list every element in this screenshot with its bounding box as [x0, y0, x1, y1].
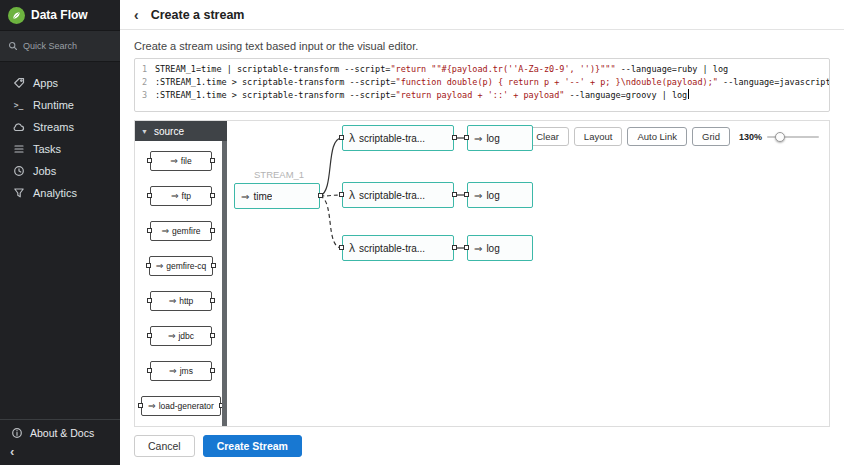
node-label: log [486, 243, 499, 254]
sidebar-item-about-docs[interactable]: About & Docs [0, 420, 120, 443]
sidebar-item-tasks[interactable]: Tasks [0, 138, 120, 160]
app-window: Data Flow Quick Search Apps>_RuntimeStre… [0, 0, 844, 465]
palette-item-ftp[interactable]: ⇒ftp [150, 186, 212, 206]
lambda-icon: λ [349, 242, 355, 254]
footer-actions: Cancel Create Stream [120, 427, 844, 465]
spring-leaf-icon [8, 7, 25, 24]
zoom-level: 130% [739, 132, 762, 142]
palette-group-source[interactable]: ▼ source [135, 121, 227, 141]
cloud-icon [12, 121, 25, 133]
canvas-toolbar: ClearLayoutAuto LinkGrid 130% [526, 127, 819, 146]
sidebar-item-label: Streams [33, 121, 74, 133]
left-port[interactable] [464, 245, 469, 250]
sidebar-item-analytics[interactable]: Analytics [0, 182, 120, 204]
palette-item-file[interactable]: ⇒file [150, 151, 212, 171]
palette-item-http[interactable]: ⇒http [150, 291, 212, 311]
left-port[interactable] [339, 192, 344, 197]
grid-button[interactable]: Grid [692, 127, 730, 146]
node-time[interactable]: ⇒time [234, 183, 320, 209]
right-port[interactable] [318, 193, 323, 198]
output-port[interactable] [210, 368, 215, 373]
output-port[interactable] [211, 263, 216, 268]
input-port[interactable] [147, 158, 152, 163]
palette-item-gemfire-cq[interactable]: ⇒gemfire-cq [149, 256, 214, 276]
pipe-icon: ⇒ [169, 296, 177, 306]
toolbar-buttons: ClearLayoutAuto LinkGrid [526, 127, 730, 146]
sidebar-item-runtime[interactable]: >_Runtime [0, 94, 120, 116]
info-icon [10, 427, 23, 439]
create-stream-button[interactable]: Create Stream [203, 435, 302, 457]
input-port[interactable] [138, 403, 143, 408]
node-log-1[interactable]: ⇒log [467, 125, 533, 151]
sidebar-item-apps[interactable]: Apps [0, 72, 120, 94]
zoom-slider[interactable] [767, 131, 819, 143]
output-port[interactable] [210, 298, 215, 303]
palette-item-label: file [181, 156, 192, 166]
right-port[interactable] [452, 245, 457, 250]
palette-item-label: jms [180, 366, 193, 376]
output-port[interactable] [210, 228, 215, 233]
flow-canvas[interactable]: STREAM_1 ClearLayoutAuto LinkGrid 130% ⇒… [227, 121, 829, 426]
palette-item-load-generator[interactable]: ⇒load-generator [141, 396, 221, 416]
auto-link-button[interactable]: Auto Link [627, 127, 687, 146]
input-port[interactable] [146, 263, 151, 268]
input-port[interactable] [147, 228, 152, 233]
left-port[interactable] [339, 245, 344, 250]
palette-item-label: ftp [182, 191, 191, 201]
pipe-icon: ⇒ [171, 191, 179, 201]
palette-item-jms[interactable]: ⇒jms [150, 361, 212, 381]
input-port[interactable] [147, 298, 152, 303]
sidebar-item-jobs[interactable]: Jobs [0, 160, 120, 182]
node-label: scriptable-tra... [359, 190, 425, 201]
pipe-icon: ⇒ [474, 243, 482, 254]
back-button[interactable]: ‹ [134, 8, 139, 22]
output-port[interactable] [210, 158, 215, 163]
flow-designer: ▼ source ⇒file⇒ftp⇒gemfire⇒gemfire-cq⇒ht… [134, 120, 830, 427]
right-port[interactable] [452, 135, 457, 140]
layout-button[interactable]: Layout [574, 127, 623, 146]
node-transform-2[interactable]: λscriptable-tra... [342, 182, 454, 208]
cancel-button[interactable]: Cancel [134, 435, 195, 457]
brand-title: Data Flow [31, 8, 88, 22]
stream-label: STREAM_1 [254, 169, 304, 180]
sidebar-item-label: Apps [33, 77, 58, 89]
input-port[interactable] [147, 333, 152, 338]
sidebar-footer: About & Docs ‹ [0, 419, 120, 465]
left-port[interactable] [464, 192, 469, 197]
quick-search-input[interactable]: Quick Search [0, 30, 120, 62]
dsl-editor[interactable]: 1STREAM_1=time | scriptable-transform --… [134, 58, 830, 112]
sidebar-item-label: Runtime [33, 99, 74, 111]
palette-item-label: http [179, 296, 193, 306]
left-port[interactable] [464, 135, 469, 140]
node-log-2[interactable]: ⇒log [467, 182, 533, 208]
sidebar-item-label: Tasks [33, 143, 61, 155]
input-port[interactable] [147, 193, 152, 198]
node-label: log [486, 133, 499, 144]
main-panel: ‹ Create a stream Create a stream using … [120, 0, 844, 465]
pipe-icon: ⇒ [474, 190, 482, 201]
node-label: scriptable-tra... [359, 243, 425, 254]
search-icon [8, 37, 18, 55]
input-port[interactable] [147, 368, 152, 373]
node-transform-1[interactable]: λscriptable-tra... [342, 125, 454, 151]
sidebar-nav: Apps>_RuntimeStreamsTasksJobsAnalytics [0, 62, 120, 419]
node-transform-3[interactable]: λscriptable-tra... [342, 235, 454, 261]
output-port[interactable] [210, 193, 215, 198]
line-number: 3 [135, 89, 155, 102]
sidebar-collapse-button[interactable]: ‹ [0, 443, 120, 463]
line-number: 2 [135, 76, 155, 89]
palette-item-gemfire[interactable]: ⇒gemfire [150, 221, 212, 241]
flow-links [227, 121, 829, 426]
right-port[interactable] [452, 192, 457, 197]
sidebar-item-streams[interactable]: Streams [0, 116, 120, 138]
zoom-slider-thumb[interactable] [775, 132, 785, 142]
pipe-icon: ⇒ [162, 226, 170, 236]
tag-icon [12, 77, 25, 89]
output-port[interactable] [210, 333, 215, 338]
lambda-icon: λ [349, 189, 355, 201]
pipe-icon: ⇒ [168, 331, 176, 341]
palette-item-jdbc[interactable]: ⇒jdbc [150, 326, 212, 346]
pipe-icon: ⇒ [156, 261, 164, 271]
node-log-3[interactable]: ⇒log [467, 235, 533, 261]
left-port[interactable] [339, 135, 344, 140]
